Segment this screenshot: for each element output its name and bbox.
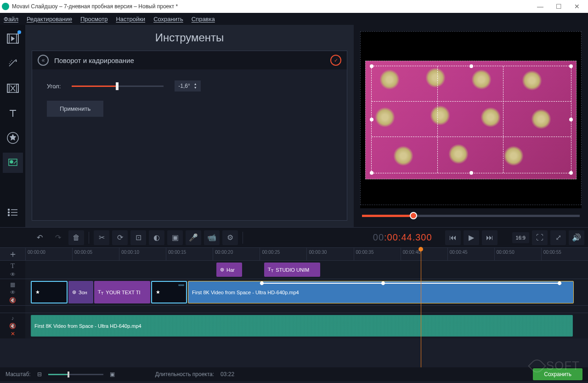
crop-handle-tl[interactable] (370, 64, 373, 68)
props-button[interactable]: ⚙ (222, 230, 238, 245)
crop-button[interactable]: ⊡ (130, 230, 146, 245)
maximize-button[interactable]: ☐ (549, 0, 568, 13)
video-clip-thumb[interactable]: ★ ∞∞ (151, 281, 187, 303)
rail-transitions-button[interactable] (3, 78, 23, 98)
crop-overlay[interactable] (371, 66, 571, 173)
fit-button[interactable]: ⛶ (532, 230, 548, 245)
volume-button[interactable]: 🔊 (569, 230, 584, 245)
crop-handle-l[interactable] (370, 118, 373, 121)
menu-file[interactable]: Файл (4, 16, 18, 23)
track-head-titles[interactable]: T 👁 (0, 261, 25, 279)
menu-edit[interactable]: Редактирование (27, 16, 72, 23)
zoom-in-icon[interactable]: ▣ (110, 371, 115, 377)
rail-callouts-button[interactable] (3, 153, 23, 173)
preview-image[interactable] (365, 61, 577, 179)
video-clip-text[interactable]: TT YOUR TEXT TI (94, 281, 150, 303)
mic-button[interactable]: 🎤 (186, 230, 201, 245)
visibility-icon[interactable]: 👁 (10, 289, 16, 296)
cut-button[interactable]: ✂ (94, 230, 109, 245)
svg-point-9 (8, 209, 9, 211)
keyframe[interactable] (259, 281, 264, 286)
svg-rect-4 (7, 84, 9, 92)
track-titles: T 👁 ⊛ Наг TT STUDIO UNIM (0, 260, 588, 279)
keyframe[interactable] (557, 281, 562, 286)
zoom-label: Масштаб: (6, 371, 31, 377)
title-clip-1[interactable]: ⊛ Наг (216, 263, 242, 277)
zoom-slider[interactable] (48, 374, 103, 375)
video-clip-main[interactable]: First 8K Video from Space - Ultra HD-640… (188, 281, 574, 303)
menu-save[interactable]: Сохранить (153, 16, 183, 23)
rail-more-button[interactable] (3, 202, 23, 223)
color-button[interactable]: ◐ (149, 230, 164, 245)
mute-icon[interactable]: 🔇 (9, 323, 16, 329)
app-icon (2, 3, 9, 10)
apply-button[interactable]: Применить (47, 101, 103, 117)
aspect-ratio-chip[interactable]: 16:9 (512, 232, 529, 243)
rail-titles-button[interactable] (3, 103, 23, 123)
angle-value: -1,6° (178, 83, 190, 89)
audio-clip-main[interactable]: First 8K Video from Space - Ultra HD-640… (31, 315, 573, 337)
ruler-tick: 00:00:30 (306, 248, 353, 260)
crop-handle-b[interactable] (469, 171, 473, 175)
svg-point-8 (10, 160, 13, 163)
menu-view[interactable]: Просмотр (80, 16, 107, 23)
video-clip-zone[interactable]: ⊛ Зон (68, 281, 93, 303)
minimize-button[interactable]: — (531, 0, 549, 13)
prev-button[interactable]: ⏮ (445, 230, 461, 245)
title-clip-2[interactable]: TT STUDIO UNIM (264, 263, 320, 277)
ruler-tick: 00:00:15 (166, 248, 213, 260)
track-head-video[interactable]: ▦ 👁 🔇 (0, 279, 25, 305)
ruler-tick: 00:00:55 (541, 248, 588, 260)
next-button[interactable]: ⏭ (482, 230, 498, 245)
menu-settings[interactable]: Настройки (116, 16, 145, 23)
rail-filters-button[interactable] (3, 53, 23, 74)
rail-stickers-button[interactable] (3, 128, 23, 148)
mute-icon[interactable]: 🔇 (9, 297, 16, 303)
back-button[interactable]: « (38, 55, 49, 66)
angle-stepper[interactable]: ▲▼ (194, 82, 197, 90)
play-button[interactable]: ▶ (464, 230, 479, 245)
video-clip-intro[interactable]: ★ (31, 281, 68, 303)
fullscreen-button[interactable]: ⤢ (550, 230, 566, 245)
track-video: ▦ 👁 🔇 ★ ⊛ Зон TT YOUR TEXT TI ★ ∞∞ First… (0, 279, 588, 305)
close-button[interactable]: ✕ (568, 0, 586, 13)
crop-handle-bl[interactable] (370, 171, 373, 175)
unlink-icon[interactable]: ✕ (11, 331, 15, 337)
rotate-button[interactable]: ⟳ (112, 230, 128, 245)
crop-handle-br[interactable] (569, 171, 573, 175)
angle-slider[interactable] (72, 86, 164, 87)
preview-pane (354, 25, 588, 227)
crop-handle-tr[interactable] (569, 64, 573, 68)
ruler-tick: 00:00:25 (260, 248, 306, 260)
tools-panel: Инструменты « Поворот и кадрирование ✓ У… (25, 25, 354, 227)
zoom-out-icon[interactable]: ⊟ (37, 371, 42, 377)
confirm-button[interactable]: ✓ (330, 55, 341, 66)
camera-button[interactable]: 📹 (204, 230, 220, 245)
undo-button[interactable]: ↶ (32, 230, 47, 245)
menu-help[interactable]: Справка (192, 16, 215, 23)
timeline-ruler[interactable]: ＋ 00:00:00 00:00:05 00:00:10 00:00:15 00… (0, 247, 588, 260)
tools-title: Инструменты (32, 31, 347, 44)
visibility-icon[interactable]: 👁 (10, 271, 16, 278)
transition-button[interactable]: ▣ (167, 230, 183, 245)
playback-slider[interactable] (362, 215, 580, 217)
crop-handle-t[interactable] (469, 64, 473, 68)
delete-button[interactable]: 🗑 (68, 230, 84, 245)
crop-handle-r[interactable] (569, 118, 573, 121)
angle-label: Угол: (47, 83, 61, 90)
tool-section-title: Поворот и кадрирование (54, 57, 134, 64)
add-track-button[interactable]: ＋ (0, 248, 25, 260)
editor-toolbar: ↶ ↷ 🗑 ✂ ⟳ ⊡ ◐ ▣ 🎤 📹 ⚙ 00:00:44.300 ⏮ ▶ ⏭… (0, 227, 588, 247)
playhead[interactable] (421, 248, 421, 367)
ruler-tick: 00:00:45 (447, 248, 494, 260)
redo-button[interactable]: ↷ (50, 230, 66, 245)
keyframe[interactable] (380, 281, 385, 286)
preview-canvas[interactable] (360, 31, 582, 208)
star-icon: ⊛ (72, 289, 76, 295)
angle-input[interactable]: -1,6° ▲▼ (175, 80, 200, 91)
rail-media-button[interactable] (3, 29, 23, 49)
track-head-audio[interactable]: ♪ 🔇 ✕ (0, 313, 25, 338)
svg-rect-2 (17, 34, 18, 43)
clip-label: First 8K Video from Space - Ultra HD-640… (34, 323, 141, 329)
duration-label: Длительность проекта: (155, 371, 214, 377)
